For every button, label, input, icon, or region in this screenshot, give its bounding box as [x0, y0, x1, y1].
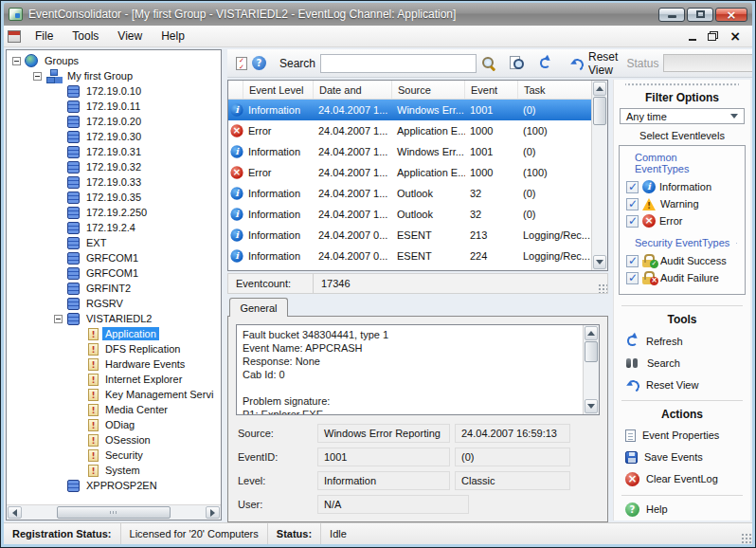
checkbox[interactable]	[626, 198, 639, 210]
event-properties-link[interactable]: Event Properties	[618, 425, 747, 447]
save-events-link[interactable]: Save Events	[618, 447, 747, 468]
search-link[interactable]: Search	[618, 352, 747, 374]
log-icon	[88, 358, 99, 371]
tree-item[interactable]: System	[7, 463, 221, 478]
table-row[interactable]: Information24.04.2007 1...Outlook32(0)	[228, 183, 591, 204]
tree-expander-icon[interactable]	[12, 57, 21, 65]
help-link[interactable]: Help	[618, 501, 747, 519]
clear-eventlog-link[interactable]: Clear EventLog	[618, 468, 747, 490]
tree-item[interactable]: Application	[7, 326, 221, 341]
tree-item[interactable]: Groups	[7, 53, 221, 68]
tree-item[interactable]: 172.19.2.250	[7, 205, 221, 220]
scrollbar-thumb[interactable]	[593, 97, 606, 125]
table-row[interactable]: Error24.04.2007 1...Application E...1000…	[228, 162, 591, 183]
tree-expander-icon[interactable]	[54, 315, 63, 323]
checkbox[interactable]	[626, 255, 639, 267]
time-filter-dropdown[interactable]: Any time	[620, 108, 745, 124]
tree-item[interactable]: Security	[7, 448, 221, 463]
scroll-left-button[interactable]	[8, 506, 22, 519]
table-row[interactable]: Information24.04.2007 1...Outlook32(0)	[228, 204, 591, 225]
mdi-minimize-button[interactable]	[689, 39, 696, 41]
column-header-task[interactable]: Task	[518, 81, 591, 99]
tree-item[interactable]: GRFCOM1	[7, 265, 221, 281]
tree-item[interactable]: 172.19.0.10	[7, 83, 221, 99]
checkbox[interactable]	[626, 181, 639, 193]
table-row[interactable]: Error24.04.2007 1...Application E...1000…	[228, 120, 591, 141]
tree-item[interactable]: Hardware Events	[7, 356, 221, 372]
menu-view[interactable]: View	[109, 27, 151, 46]
table-vertical-scrollbar[interactable]	[591, 81, 607, 270]
table-row[interactable]: Information24.04.2007 0...ESENT224Loggin…	[228, 246, 591, 266]
tree-expander-icon[interactable]	[33, 72, 42, 81]
mdi-restore-button[interactable]	[708, 31, 718, 41]
tree-item[interactable]: Key Management Servi	[7, 387, 221, 402]
mdi-close-button[interactable]	[729, 30, 741, 43]
column-header-source[interactable]: Source	[392, 81, 465, 99]
eventtype-filter-item[interactable]: Audit Success	[621, 252, 743, 269]
tree-item[interactable]: 172.19.0.32	[7, 159, 221, 174]
tree-item[interactable]: 172.19.2.4	[7, 220, 221, 235]
table-row[interactable]: Information24.04.2007 0...ESENT	[228, 266, 591, 270]
refresh-button[interactable]	[538, 53, 552, 74]
column-header-event[interactable]: Event	[465, 81, 518, 99]
help-button[interactable]	[252, 53, 266, 74]
preview-button[interactable]	[510, 53, 525, 74]
window-resize-grip[interactable]	[741, 533, 752, 544]
tree-item[interactable]: RGSRV	[7, 296, 221, 311]
tree-item[interactable]: My first Group	[7, 68, 221, 83]
tree-item[interactable]: OSession	[7, 432, 221, 448]
maximize-button[interactable]	[687, 8, 713, 22]
tree-item[interactable]: EXT	[7, 235, 221, 250]
column-header-date[interactable]: Date and	[314, 81, 392, 99]
close-button[interactable]	[715, 8, 747, 22]
reset-view-button[interactable]: Reset View	[566, 53, 621, 74]
tree-item[interactable]: 172.19.0.20	[7, 114, 221, 129]
menu-tools[interactable]: Tools	[63, 27, 107, 46]
scroll-up-button[interactable]	[585, 326, 598, 340]
tree-item[interactable]: GRFCOM1	[7, 250, 221, 265]
scroll-right-button[interactable]	[206, 506, 220, 519]
tree-item[interactable]: DFS Replication	[7, 341, 221, 356]
scrollbar-thumb[interactable]	[57, 506, 170, 519]
checkbox[interactable]	[626, 272, 639, 284]
search-input[interactable]	[320, 54, 477, 73]
checkbox[interactable]	[626, 215, 639, 228]
icon-column-header[interactable]	[228, 81, 243, 99]
table-row[interactable]: Information24.04.2007 1...Windows Err...…	[228, 100, 591, 120]
refresh-link[interactable]: Refresh	[618, 330, 747, 352]
tree-item[interactable]: 172.19.0.33	[7, 174, 221, 190]
eventtype-filter-item[interactable]: Error	[621, 212, 743, 229]
scrollbar-thumb[interactable]	[585, 341, 598, 362]
tree-item[interactable]: VISTARIEDL2	[7, 311, 221, 326]
tree-item[interactable]: Media Center	[7, 402, 221, 417]
column-header-event-level[interactable]: Event Level	[243, 81, 314, 99]
minimize-button[interactable]	[658, 8, 685, 22]
eventtype-filter-item[interactable]: Audit Failure	[621, 269, 743, 286]
tree-item[interactable]: Internet Explorer	[7, 372, 221, 387]
table-row[interactable]: Information24.04.2007 1...Windows Err...…	[228, 141, 591, 162]
tree-item[interactable]: 172.19.0.11	[7, 99, 221, 114]
tree-horizontal-scrollbar[interactable]	[7, 504, 221, 520]
tree-item[interactable]: ODiag	[7, 417, 221, 432]
eventtype-filter-item[interactable]: Warning	[621, 195, 743, 212]
table-row[interactable]: Information24.04.2007 0...ESENT213Loggin…	[228, 225, 591, 246]
tree-item[interactable]: 172.19.0.30	[7, 129, 221, 144]
search-button[interactable]	[481, 53, 496, 74]
tab-general[interactable]: General	[229, 298, 288, 317]
scroll-up-button[interactable]	[593, 82, 606, 96]
titlebar[interactable]: EventConsolidator - [My first Group - VI…	[4, 3, 752, 26]
scroll-down-button[interactable]	[585, 399, 598, 413]
tree-item[interactable]: 172.19.0.31	[7, 144, 221, 159]
scroll-down-button[interactable]	[593, 255, 606, 269]
panel-grip-icon[interactable]	[625, 82, 739, 86]
tree-item[interactable]: GRFINT2	[7, 281, 221, 296]
message-vertical-scrollbar[interactable]	[583, 325, 599, 414]
checklist-button[interactable]	[236, 53, 247, 74]
tree-item[interactable]: 172.19.0.35	[7, 190, 221, 205]
reset-view-link[interactable]: Reset View	[618, 374, 747, 395]
eventtype-filter-item[interactable]: Information	[621, 178, 743, 195]
tree-item[interactable]: XPPROSP2EN	[7, 478, 221, 493]
table-cell-source: Outlook	[392, 188, 465, 199]
menu-file[interactable]: File	[27, 27, 62, 46]
menu-help[interactable]: Help	[153, 27, 193, 46]
